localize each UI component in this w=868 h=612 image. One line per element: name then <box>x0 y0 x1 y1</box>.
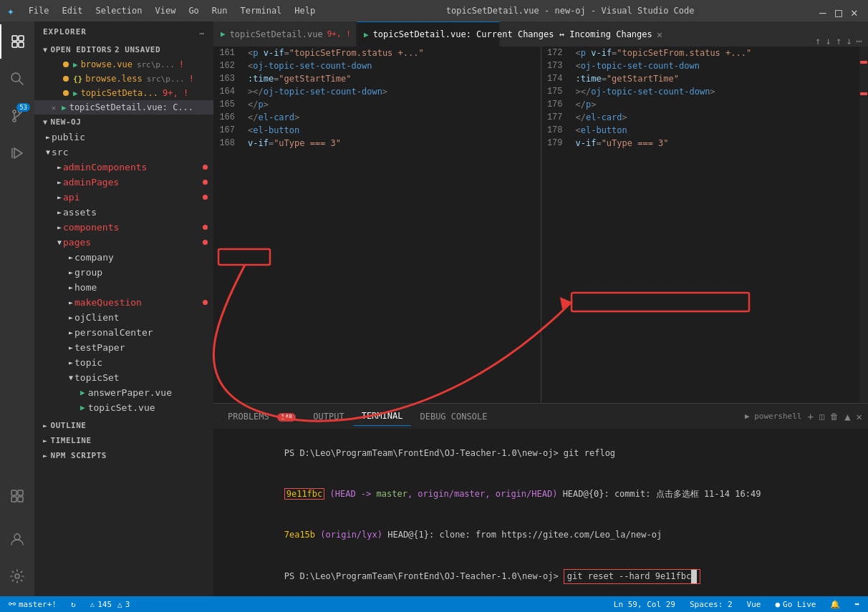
activity-extensions[interactable] <box>0 479 34 513</box>
folder-home[interactable]: ► home <box>34 280 213 295</box>
activity-search[interactable] <box>0 62 34 96</box>
up-arrow-icon[interactable]: ↑ <box>815 35 821 47</box>
menu-edit[interactable]: Edit <box>57 4 89 17</box>
tab-topicsetdetail-1[interactable]: ▶ topicSetDetail.vue 9+, ! <box>213 21 357 47</box>
maximize-terminal-icon[interactable]: ▲ <box>844 411 850 422</box>
sidebar-header-icons: … <box>199 27 205 37</box>
new-file-icon[interactable]: … <box>199 27 205 37</box>
menu-go[interactable]: Go <box>183 4 204 17</box>
svg-point-16 <box>15 574 19 578</box>
folder-topicSet[interactable]: ▼ topicSet <box>34 370 213 385</box>
tab-terminal[interactable]: TERMINAL <box>353 407 412 426</box>
code-area-right[interactable]: 172 <p v-if="topicSetFrom.status +..." 1… <box>541 47 869 403</box>
add-terminal-icon[interactable]: + <box>807 411 813 422</box>
tab-output[interactable]: OUTPUT <box>304 407 352 426</box>
svg-rect-13 <box>11 497 16 502</box>
open-editor-topicsetdetail-1[interactable]: ▶ topicSetDeta... 9+, ! <box>34 86 213 100</box>
statusbar-spaces[interactable]: Spaces: 2 <box>687 600 736 609</box>
folder-adminPages[interactable]: ► adminPages <box>34 175 213 190</box>
statusbar-feedback[interactable]: ➥ <box>852 600 862 609</box>
menu-help[interactable]: Help <box>289 4 321 17</box>
folder-makeQuestion[interactable]: ► makeQuestion <box>34 295 213 310</box>
svg-point-7 <box>13 119 16 122</box>
terminal-content[interactable]: PS D:\Leo\ProgramTeam\FrontEnd\OJ-Teache… <box>213 429 868 596</box>
statusbar-position[interactable]: Ln 59, Col 29 <box>611 600 678 609</box>
file-path: src\p... <box>147 74 185 84</box>
menu-file[interactable]: File <box>23 4 55 17</box>
open-editors-section-header[interactable]: ▼ OPEN EDITORS 2 UNSAVED <box>34 42 213 57</box>
menu-run[interactable]: Run <box>206 4 233 17</box>
terminal-toolbar: ▶ powershell + ◫ 🗑 ▲ ✕ <box>745 411 862 422</box>
statusbar-notification[interactable]: 🔔 <box>827 600 843 609</box>
statusbar-language[interactable]: Vue <box>744 600 764 609</box>
maximize-button[interactable]: □ <box>835 6 845 16</box>
menu-selection[interactable]: Selection <box>90 4 148 17</box>
code-area-left[interactable]: 161 <p v-if="topicSetFrom.status +..." 1… <box>213 47 541 403</box>
editor-right-pane: 172 <p v-if="topicSetFrom.status +..." 1… <box>541 47 869 403</box>
close-terminal-icon[interactable]: ✕ <box>857 411 862 422</box>
activity-settings[interactable] <box>0 559 34 593</box>
folder-adminComponents[interactable]: ► adminComponents <box>34 160 213 175</box>
tab-close-button[interactable]: ✕ <box>657 29 662 40</box>
folder-topic[interactable]: ► topic <box>34 355 213 370</box>
branch-icon: ⚯ <box>9 599 16 609</box>
folder-assets[interactable]: ► assets <box>34 205 213 220</box>
code-line-167: 167 <el-button <box>213 124 541 137</box>
folder-api[interactable]: ► api <box>34 190 213 205</box>
activity-run[interactable] <box>0 136 34 170</box>
folder-name: components <box>63 222 119 233</box>
open-editors-chevron: ▼ <box>43 46 48 54</box>
statusbar-sync[interactable]: ↻ <box>68 600 79 609</box>
down-arrow-icon[interactable]: ↓ <box>825 35 831 47</box>
tab-debug-console[interactable]: DEBUG CONSOLE <box>411 407 496 426</box>
tab-topicsetdetail-2[interactable]: ▶ topicSetDetail.vue: Current Changes ↔ … <box>357 21 500 47</box>
file-topicSet-vue[interactable]: ▶ topicSet.vue <box>34 400 213 415</box>
project-root[interactable]: ▼ NEW-OJ <box>34 115 213 130</box>
outline-section-header[interactable]: ► OUTLINE <box>34 418 213 433</box>
activity-source-control[interactable]: 53 <box>0 99 34 133</box>
code-content: :time="getStartTime" <box>570 72 680 85</box>
vue-file-icon: ▶ <box>80 388 85 397</box>
split-terminal-icon[interactable]: ◫ <box>819 412 824 422</box>
file-answerPaper[interactable]: ▶ answerPaper.vue <box>34 385 213 400</box>
folder-pages[interactable]: ▼ pages <box>34 235 213 250</box>
open-editor-topicsetdetail-2[interactable]: ✕ ▶ topicSetDetail.vue: C... <box>34 100 213 115</box>
activity-explorer[interactable] <box>0 24 34 59</box>
folder-group[interactable]: ► group <box>34 265 213 280</box>
code-content: <p v-if="topicSetFrom.status +..." <box>242 47 424 59</box>
up-arrow2-icon[interactable]: ↑ <box>836 35 842 47</box>
open-editor-browse-vue[interactable]: ▶ browse.vue src\p... ! <box>34 57 213 72</box>
statusbar-errors[interactable]: ⚠ 145 △ 3 <box>87 600 133 609</box>
minimize-button[interactable]: – <box>819 6 829 16</box>
output-label: OUTPUT <box>313 412 344 422</box>
folder-components[interactable]: ► components <box>34 220 213 235</box>
close-button[interactable]: ✕ <box>851 6 861 16</box>
less-file-icon: {} <box>73 74 82 84</box>
trash-terminal-icon[interactable]: 🗑 <box>830 412 839 422</box>
file-name: topicSetDetail.vue: C... <box>69 102 193 112</box>
close-editor-button[interactable]: ✕ <box>52 104 56 112</box>
npm-section-header[interactable]: ► NPM SCRIPTS <box>34 448 213 463</box>
line-number: 161 <box>213 47 242 59</box>
statusbar-branch[interactable]: ⚯ master+! <box>6 599 59 609</box>
more-actions-icon[interactable]: ⋯ <box>857 35 862 47</box>
folder-ojClient[interactable]: ► ojClient <box>34 310 213 325</box>
folder-testPaper[interactable]: ► testPaper <box>34 340 213 355</box>
folder-name: adminPages <box>63 177 119 188</box>
timeline-section-header[interactable]: ► TIMELINE <box>34 433 213 448</box>
folder-public[interactable]: ► public <box>34 130 213 145</box>
down-arrow2-icon[interactable]: ↓ <box>846 35 852 47</box>
folder-company[interactable]: ► company <box>34 250 213 265</box>
folder-src[interactable]: ▼ src <box>34 145 213 160</box>
folder-name: makeQuestion <box>74 297 142 308</box>
activity-account[interactable] <box>0 522 34 556</box>
open-editor-browse-less[interactable]: {} browse.less src\p... ! <box>34 72 213 86</box>
folder-arrow-icon: ▼ <box>57 238 62 246</box>
tab-problems[interactable]: PROBLEMS 148 <box>219 407 304 426</box>
statusbar-golive[interactable]: ● Go Live <box>772 600 819 609</box>
menu-terminal[interactable]: Terminal <box>235 4 288 17</box>
menu-view[interactable]: View <box>149 4 181 17</box>
folder-name: personalCenter <box>74 327 153 338</box>
sync-icon: ↻ <box>71 600 76 609</box>
folder-personalCenter[interactable]: ► personalCenter <box>34 325 213 340</box>
